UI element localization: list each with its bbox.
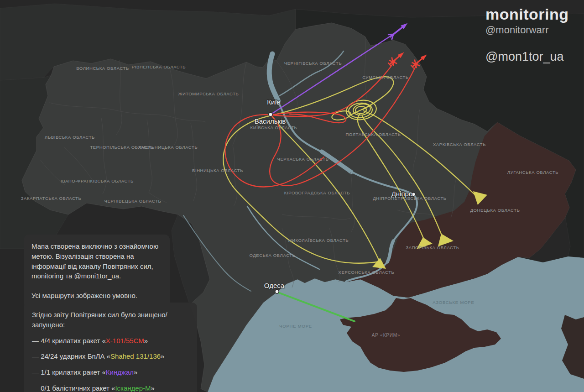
oblast-label: ЗАПОРІЗЬКА ОБЛАСТЬ xyxy=(406,245,459,250)
oblast-label: ІВАНО-ФРАНКІВСЬКА ОБЛАСТЬ xyxy=(61,178,134,183)
report-item-weapon: Shahed 131/136 xyxy=(110,352,161,360)
region-labels: АР «КРИМ» xyxy=(372,333,400,338)
channel-title: monitoring xyxy=(485,5,569,23)
city-label: Дніпро xyxy=(391,190,413,198)
report-item-prefix: — 24/24 ударних БпЛА « xyxy=(32,352,110,360)
report-item-prefix: — 4/4 крилатих ракет « xyxy=(32,337,106,345)
report-item-suffix: » xyxy=(151,384,155,392)
oblast-label: ДОНЕЦЬКА ОБЛАСТЬ xyxy=(470,208,520,213)
sea-label: АЗОВСЬКЕ МОРЕ xyxy=(433,300,474,305)
oblast-label: ОДЕСЬКА ОБЛАСТЬ xyxy=(249,253,295,258)
channel-handle: @mon1tor_ua xyxy=(485,50,569,64)
disclaimer-panel: Мапа створена виключно з ознайомчою мето… xyxy=(24,235,170,308)
oblast-label: ЧЕРКАСЬКА ОБЛАСТЬ xyxy=(277,157,328,162)
report-item: — 0/1 балістичних ракет «Іскандер-М» xyxy=(32,383,189,392)
city-dot xyxy=(275,290,279,293)
report-title: Згідно звіту Повітряних сил було знищено… xyxy=(32,310,189,330)
region-label: АР «КРИМ» xyxy=(372,333,400,338)
city-label: Київ xyxy=(267,98,280,106)
oblast-label: КІРОВОГРАДСЬКА ОБЛАСТЬ xyxy=(284,190,350,195)
oblast-label: ХАРКІВСЬКА ОБЛАСТЬ xyxy=(433,142,486,147)
report-item: — 1/1 крилатих ракет «Кинджал» xyxy=(32,367,189,377)
disclaimer-text: Мапа створена виключно з ознайомчою мето… xyxy=(31,241,162,281)
map-screenshot: ВОЛИНСЬКА ОБЛАСТЬРІВНЕНСЬКА ОБЛАСТЬЖИТОМ… xyxy=(0,0,584,392)
oblast-label: ЖИТОМИРСЬКА ОБЛАСТЬ xyxy=(178,91,239,96)
report-item-prefix: — 0/1 балістичних ракет « xyxy=(32,384,115,392)
oblast-label: ВІННИЦЬКА ОБЛАСТЬ xyxy=(192,168,243,173)
report-items: — 4/4 крилатих ракет «Х-101/55СМ»— 24/24… xyxy=(32,336,189,392)
report-item-suffix: » xyxy=(134,368,137,376)
channel-header: monitoring @monitorwarr @mon1tor_ua xyxy=(485,5,569,64)
oblast-label: СУМСЬКА ОБЛАСТЬ xyxy=(362,75,409,80)
report-panel: Згідно звіту Повітряних сил було знищено… xyxy=(24,303,197,392)
sea-label: ЧОРНЕ МОРЕ xyxy=(279,324,312,329)
city-label: Васильків xyxy=(255,117,286,125)
disclaimer-note: Усі маршрути зображено умовно. xyxy=(31,291,162,301)
report-item: — 24/24 ударних БпЛА «Shahed 131/136» xyxy=(32,351,189,361)
oblast-label: ЛУГАНСЬКА ОБЛАСТЬ xyxy=(507,170,558,175)
oblast-label: ЧЕРНІВЕЦЬКА ОБЛАСТЬ xyxy=(104,199,162,204)
channel-subtitle: @monitorwarr xyxy=(485,24,569,36)
city-dot xyxy=(269,113,272,116)
oblast-label: МИКОЛАЇВСЬКА ОБЛАСТЬ xyxy=(288,238,349,243)
report-item-suffix: » xyxy=(161,352,164,360)
report-item-weapon: Х-101/55СМ xyxy=(106,337,144,345)
oblast-label: ХМЕЛЬНИЦЬКА ОБЛАСТЬ xyxy=(138,145,198,150)
oblast-label: ЛЬВІВСЬКА ОБЛАСТЬ xyxy=(45,135,95,140)
report-item-weapon: Кинджал xyxy=(106,368,134,376)
report-item: — 4/4 крилатих ракет «Х-101/55СМ» xyxy=(32,336,189,346)
oblast-label: ЗАКАРПАТСЬКА ОБЛАСТЬ xyxy=(21,196,82,201)
oblast-label: КИЇВСЬКА ОБЛАСТЬ xyxy=(250,125,297,130)
oblast-label: ЧЕРНІГІВСЬКА ОБЛАСТЬ xyxy=(284,61,342,66)
report-item-weapon: Іскандер-М xyxy=(115,384,151,392)
report-item-prefix: — 1/1 крилатих ракет « xyxy=(32,368,106,376)
oblast-label: ХЕРСОНСЬКА ОБЛАСТЬ xyxy=(339,270,395,275)
report-item-suffix: » xyxy=(144,337,148,345)
oblast-label: ВОЛИНСЬКА ОБЛАСТЬ xyxy=(76,66,129,71)
oblast-label: РІВНЕНСЬКА ОБЛАСТЬ xyxy=(132,64,186,69)
city-label: Одеса xyxy=(264,282,285,289)
oblast-label: ПОЛТАВСЬКА ОБЛАСТЬ xyxy=(345,132,401,137)
